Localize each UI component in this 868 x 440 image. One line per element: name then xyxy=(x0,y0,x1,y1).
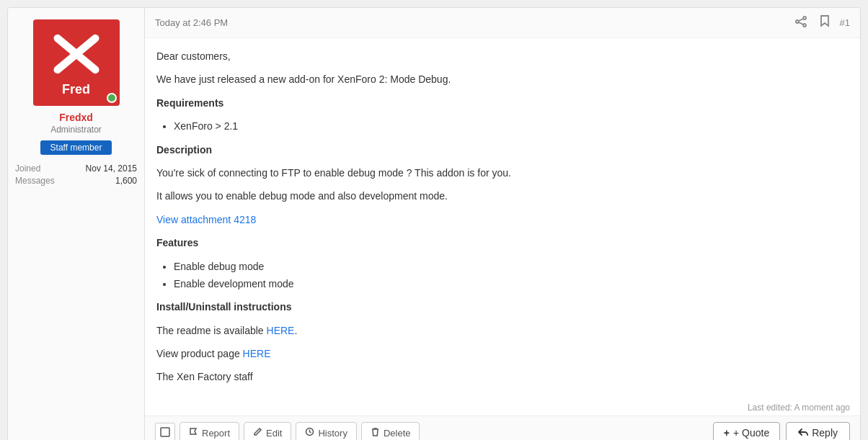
report-icon xyxy=(189,427,198,439)
messages-label: Messages xyxy=(15,176,55,186)
post-number: #1 xyxy=(840,17,850,28)
report-button[interactable]: Report xyxy=(180,422,239,440)
post-footer-wrap: Last edited: A moment ago xyxy=(145,403,860,440)
feature-text-0: Enable debug mode xyxy=(174,261,264,272)
requirement-item: XenForo > 2.1 xyxy=(174,118,849,134)
edit-icon xyxy=(253,427,262,439)
user-meta: Joined Nov 14, 2015 Messages 1,600 xyxy=(15,163,137,188)
joined-value: Nov 14, 2015 xyxy=(86,163,137,174)
description-line2: It allows you to enable debug mode and a… xyxy=(156,188,849,204)
post-body: Dear customers, We have just released a … xyxy=(145,38,860,403)
install-title: Install/Uninstall instructions xyxy=(156,299,849,315)
requirements-title: Requirements xyxy=(156,95,849,111)
post-timestamp: Today at 2:46 PM xyxy=(155,17,228,28)
avatar-wrapper: Fred xyxy=(33,19,120,106)
description-title: Description xyxy=(156,142,849,158)
quote-button[interactable]: + + Quote xyxy=(713,422,780,440)
post-footer: Report Edit xyxy=(145,416,860,440)
svg-point-4 xyxy=(803,24,806,27)
install-text-after: . xyxy=(294,325,297,336)
closing: The Xen Factory staff xyxy=(156,369,849,385)
history-icon xyxy=(305,427,314,439)
requirements-list: XenForo > 2.1 xyxy=(174,118,849,134)
product-page-line: View product page HERE xyxy=(156,346,849,362)
install-text-before: The readme is available xyxy=(156,325,267,336)
post-header-actions: #1 xyxy=(792,14,850,32)
feature-item-1: Enable development mode xyxy=(174,276,849,292)
delete-label: Delete xyxy=(384,428,411,439)
avatar: Fred xyxy=(33,19,120,106)
features-list: Enable debug mode Enable development mod… xyxy=(174,259,849,292)
history-button[interactable]: History xyxy=(296,422,356,440)
edit-label: Edit xyxy=(266,428,282,439)
joined-label: Joined xyxy=(15,163,40,174)
install-link[interactable]: HERE xyxy=(267,325,295,336)
reply-label: Reply xyxy=(812,427,838,439)
online-indicator xyxy=(107,93,117,103)
avatar-name: Fred xyxy=(62,82,90,97)
joined-row: Joined Nov 14, 2015 xyxy=(15,163,137,174)
select-checkbox[interactable] xyxy=(155,423,175,440)
requirement-text: XenForo > 2.1 xyxy=(174,120,238,132)
last-edited: Last edited: A moment ago xyxy=(145,403,860,413)
quote-plus-icon: + xyxy=(724,427,730,439)
share-button[interactable] xyxy=(792,14,810,32)
footer-left-actions: Report Edit xyxy=(155,422,420,440)
checkbox-icon xyxy=(160,427,170,439)
greeting: Dear customers, xyxy=(156,48,849,64)
install-line: The readme is available HERE. xyxy=(156,323,849,338)
reply-button[interactable]: Reply xyxy=(786,422,850,440)
post-header: Today at 2:46 PM xyxy=(145,8,860,38)
bookmark-button[interactable] xyxy=(817,14,833,32)
staff-badge: Staff member xyxy=(40,140,112,155)
messages-value: 1,600 xyxy=(115,176,137,186)
post-content-area: Today at 2:46 PM xyxy=(145,8,860,440)
username[interactable]: Fredxd xyxy=(59,112,93,123)
description-line1: You're sick of connecting to FTP to enab… xyxy=(156,165,849,181)
features-title: Features xyxy=(156,235,849,251)
feature-text-1: Enable development mode xyxy=(174,278,294,289)
reply-icon xyxy=(798,427,808,439)
report-label: Report xyxy=(202,428,230,439)
feature-item-0: Enable debug mode xyxy=(174,259,849,274)
quote-label: + Quote xyxy=(733,427,769,439)
svg-line-6 xyxy=(799,22,803,24)
svg-rect-7 xyxy=(161,428,169,436)
svg-point-3 xyxy=(796,20,799,23)
user-role: Administrator xyxy=(50,125,102,135)
avatar-x-graphic xyxy=(51,29,102,79)
intro: We have just released a new add-on for X… xyxy=(156,71,849,87)
product-page-before: View product page xyxy=(156,348,243,359)
share-icon xyxy=(795,16,807,30)
footer-right-actions: + + Quote Reply xyxy=(713,422,850,440)
user-sidebar: Fred Fredxd Administrator Staff member J… xyxy=(8,8,145,440)
delete-button[interactable]: Delete xyxy=(361,422,420,440)
history-label: History xyxy=(318,428,347,439)
messages-row: Messages 1,600 xyxy=(15,176,137,186)
svg-line-5 xyxy=(799,19,803,21)
attachment-link[interactable]: View attachment 4218 xyxy=(156,212,849,228)
bookmark-icon xyxy=(820,15,830,30)
svg-point-2 xyxy=(803,17,806,19)
delete-icon xyxy=(371,427,380,439)
attachment-anchor[interactable]: View attachment 4218 xyxy=(156,214,256,225)
product-page-link[interactable]: HERE xyxy=(243,348,271,359)
edit-button[interactable]: Edit xyxy=(244,422,291,440)
